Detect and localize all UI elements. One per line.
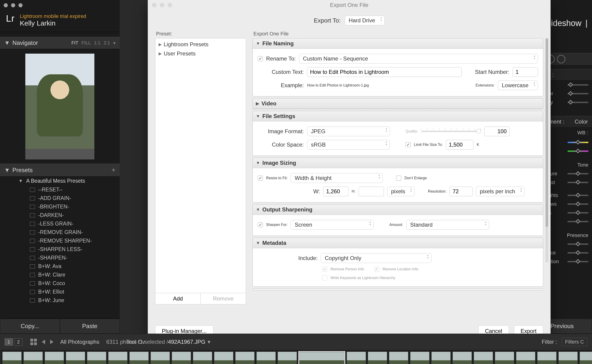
disclosure-triangle-icon[interactable]: ▼ — [18, 178, 23, 184]
preset-group[interactable]: ▼ A Beautiful Mess Presets — [0, 176, 120, 185]
filmstrip-thumb[interactable] — [2, 351, 22, 364]
zoom-fill[interactable]: FILL — [81, 40, 91, 46]
disclosure-triangle-icon[interactable]: ▼ — [256, 207, 260, 212]
filmstrip-thumb[interactable] — [537, 351, 557, 364]
dont-enlarge-checkbox[interactable] — [396, 176, 401, 181]
filmstrip-thumb[interactable] — [558, 351, 578, 364]
filmstrip-thumb[interactable] — [256, 351, 276, 364]
filmstrip-thumb[interactable] — [579, 351, 592, 364]
preset-item[interactable]: -REMOVE GRAIN- — [0, 228, 120, 237]
metadata-include-select[interactable]: Copyright Only — [321, 253, 431, 263]
sharpen-for-select[interactable]: Screen — [291, 220, 374, 230]
preset-item[interactable]: -SHARPEN LESS- — [0, 245, 120, 254]
section-header[interactable]: ▼File Naming — [253, 39, 543, 49]
secondary-display-pager[interactable]: 1 2 — [5, 338, 23, 346]
preset-item[interactable]: -BRIGHTEN- — [0, 202, 120, 211]
disclosure-triangle-icon[interactable]: ▼ — [4, 39, 10, 46]
page-1[interactable]: 1 — [5, 338, 13, 346]
zoom-menu-icon[interactable]: ▾ — [113, 40, 116, 46]
width-input[interactable] — [323, 187, 348, 196]
navigator-header[interactable]: ▼Navigator FIT FILL 1:1 2:1 ▾ — [0, 37, 120, 49]
preset-list[interactable]: ▶Lightroom Presets ▶User Presets — [155, 38, 246, 293]
source-label[interactable]: All Photographs — [60, 339, 99, 345]
minimize-icon[interactable] — [11, 3, 15, 7]
sharpen-amount-select[interactable]: Standard — [406, 220, 489, 230]
filmstrip-thumb[interactable] — [172, 351, 191, 364]
filmstrip-thumb[interactable] — [108, 351, 128, 364]
next-photo-icon[interactable] — [50, 340, 53, 344]
filmstrip-thumb[interactable] — [516, 351, 535, 364]
page-2[interactable]: 2 — [14, 338, 23, 346]
add-preset-button[interactable]: Add — [155, 293, 201, 304]
zoom-icon[interactable] — [18, 3, 23, 7]
filmstrip-thumb[interactable] — [24, 351, 43, 364]
custom-text-input[interactable] — [307, 67, 462, 77]
export-to-select[interactable]: Hard Drive — [345, 16, 385, 25]
zoom-2-1[interactable]: 2:1 — [104, 40, 110, 46]
sharpen-checkbox[interactable] — [258, 222, 263, 227]
remove-preset-button[interactable]: Remove — [201, 293, 246, 304]
preset-folder[interactable]: ▶Lightroom Presets — [158, 40, 244, 49]
zoom-1-1[interactable]: 1:1 — [94, 40, 100, 46]
filmstrip[interactable] — [1, 350, 592, 364]
disclosure-triangle-icon[interactable]: ▼ — [256, 161, 260, 165]
filters-button[interactable]: Filters C — [562, 338, 587, 346]
disclosure-triangle-icon[interactable]: ▼ — [256, 41, 260, 46]
preset-item[interactable]: -SHARPEN- — [0, 254, 120, 262]
dialog-traffic-lights[interactable] — [152, 3, 172, 7]
preset-item[interactable]: -ADD GRAIN- — [0, 194, 120, 202]
section-header[interactable]: ▼Output Sharpening — [253, 205, 543, 215]
zoom-fit[interactable]: FIT — [71, 40, 78, 46]
filmstrip-thumb[interactable] — [66, 351, 85, 364]
image-format-select[interactable]: JPEG — [307, 127, 390, 136]
filmstrip-thumb[interactable] — [431, 351, 451, 364]
close-icon[interactable] — [4, 3, 8, 7]
preset-item[interactable]: --RESET-- — [0, 185, 120, 194]
filmstrip-thumb[interactable] — [278, 351, 297, 364]
height-input[interactable] — [359, 187, 384, 196]
disclosure-triangle-icon[interactable]: ▼ — [256, 114, 260, 119]
start-number-input[interactable] — [513, 67, 538, 77]
filmstrip-thumb[interactable] — [235, 351, 254, 364]
preset-item[interactable]: -REMOVE SHARPEN- — [0, 237, 120, 245]
scrollbar-thumb[interactable] — [546, 38, 548, 227]
filmstrip-thumb[interactable] — [474, 351, 493, 364]
extensions-select[interactable]: Lowercase — [498, 81, 538, 90]
section-header[interactable]: ▼Image Sizing — [253, 158, 543, 168]
preset-item[interactable]: B+W: Clare — [0, 271, 120, 279]
filmstrip-thumb[interactable] — [87, 351, 106, 364]
preset-item[interactable]: B+W: Ava — [0, 262, 120, 271]
resolution-input[interactable] — [449, 187, 473, 196]
paste-button[interactable]: Paste — [60, 319, 120, 334]
presets-header[interactable]: ▼Presets + — [0, 164, 120, 176]
filmstrip-thumb[interactable] — [129, 351, 149, 364]
filmstrip-thumb[interactable] — [389, 351, 408, 364]
size-units-select[interactable]: pixels — [387, 187, 415, 196]
add-preset-icon[interactable]: + — [111, 166, 116, 174]
rename-checkbox[interactable] — [258, 56, 263, 61]
chevron-down-icon[interactable]: ▾ — [208, 339, 210, 345]
minimize-icon[interactable] — [160, 3, 164, 7]
copy-button[interactable]: Copy... — [0, 319, 60, 334]
preset-item[interactable]: B+W: Coco — [0, 279, 120, 288]
disclosure-triangle-icon[interactable]: ▶ — [256, 101, 259, 106]
preset-item[interactable]: B+W: June — [0, 296, 120, 305]
filmstrip-thumb[interactable] — [453, 351, 472, 364]
preset-item[interactable]: -DARKEN- — [0, 211, 120, 220]
navigator-zoom-options[interactable]: FIT FILL 1:1 2:1 ▾ — [71, 40, 116, 46]
macos-traffic-lights[interactable] — [4, 3, 23, 7]
filmstrip-thumb[interactable] — [193, 351, 212, 364]
prev-photo-icon[interactable] — [42, 340, 45, 344]
filmstrip-thumb[interactable] — [45, 351, 64, 364]
resolution-units-select[interactable]: pixels per inch — [476, 187, 524, 196]
filmstrip-thumb[interactable] — [299, 351, 345, 364]
scrollbar[interactable] — [546, 38, 548, 263]
rename-template-select[interactable]: Custom Name - Sequence — [299, 54, 538, 64]
quality-slider[interactable] — [421, 131, 481, 132]
quality-input[interactable] — [484, 127, 510, 136]
preset-folder[interactable]: ▶User Presets — [158, 49, 244, 58]
section-header[interactable]: ▼File Settings — [253, 111, 543, 122]
colorspace-select[interactable]: sRGB — [307, 140, 390, 150]
zoom-icon[interactable] — [168, 3, 172, 7]
navigator-preview[interactable] — [25, 54, 94, 159]
